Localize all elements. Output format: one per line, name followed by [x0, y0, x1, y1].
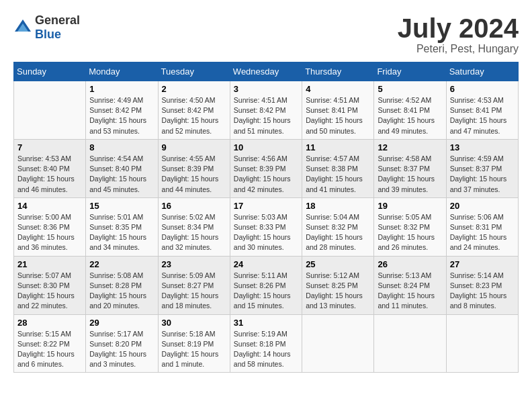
week-row-2: 7Sunrise: 4:53 AMSunset: 8:40 PMDaylight… — [14, 139, 519, 197]
day-cell: 14Sunrise: 5:00 AMSunset: 8:36 PMDayligh… — [14, 197, 86, 256]
day-cell: 10Sunrise: 4:56 AMSunset: 8:39 PMDayligh… — [230, 139, 302, 197]
day-info: Sunrise: 4:49 AMSunset: 8:42 PMDaylight:… — [89, 95, 154, 136]
day-info: Sunrise: 4:53 AMSunset: 8:41 PMDaylight:… — [450, 95, 515, 136]
header: General Blue July 2024 Peteri, Pest, Hun… — [13, 13, 519, 55]
day-number: 15 — [89, 201, 154, 211]
header-monday: Monday — [86, 62, 158, 81]
day-info: Sunrise: 4:51 AMSunset: 8:41 PMDaylight:… — [306, 95, 370, 136]
day-info: Sunrise: 5:06 AMSunset: 8:31 PMDaylight:… — [450, 212, 515, 253]
day-info: Sunrise: 4:50 AMSunset: 8:42 PMDaylight:… — [162, 95, 226, 136]
day-number: 17 — [234, 201, 298, 211]
header-row: Sunday Monday Tuesday Wednesday Thursday… — [14, 62, 519, 81]
day-info: Sunrise: 5:03 AMSunset: 8:33 PMDaylight:… — [234, 212, 298, 253]
day-info: Sunrise: 5:12 AMSunset: 8:25 PMDaylight:… — [306, 271, 370, 312]
day-cell — [302, 314, 374, 373]
day-cell: 7Sunrise: 4:53 AMSunset: 8:40 PMDaylight… — [14, 139, 86, 197]
day-number: 21 — [17, 259, 82, 269]
day-number: 26 — [378, 259, 442, 269]
day-cell: 30Sunrise: 5:18 AMSunset: 8:19 PMDayligh… — [158, 314, 230, 373]
day-info: Sunrise: 5:05 AMSunset: 8:32 PMDaylight:… — [378, 212, 442, 253]
day-info: Sunrise: 5:18 AMSunset: 8:19 PMDaylight:… — [162, 329, 226, 370]
day-info: Sunrise: 5:00 AMSunset: 8:36 PMDaylight:… — [17, 212, 82, 253]
day-cell — [446, 314, 518, 373]
day-info: Sunrise: 5:11 AMSunset: 8:26 PMDaylight:… — [234, 271, 298, 312]
week-row-3: 14Sunrise: 5:00 AMSunset: 8:36 PMDayligh… — [14, 197, 519, 256]
day-info: Sunrise: 5:13 AMSunset: 8:24 PMDaylight:… — [378, 271, 442, 312]
day-info: Sunrise: 5:17 AMSunset: 8:20 PMDaylight:… — [89, 329, 154, 370]
day-info: Sunrise: 4:52 AMSunset: 8:41 PMDaylight:… — [378, 95, 442, 136]
day-number: 4 — [306, 84, 370, 94]
calendar-body: 1Sunrise: 4:49 AMSunset: 8:42 PMDaylight… — [14, 81, 519, 373]
day-info: Sunrise: 4:58 AMSunset: 8:37 PMDaylight:… — [378, 154, 442, 195]
day-number: 5 — [378, 84, 442, 94]
day-number: 22 — [89, 259, 154, 269]
day-cell: 12Sunrise: 4:58 AMSunset: 8:37 PMDayligh… — [374, 139, 446, 197]
day-cell: 21Sunrise: 5:07 AMSunset: 8:30 PMDayligh… — [14, 256, 86, 314]
day-number: 3 — [234, 84, 298, 94]
day-info: Sunrise: 4:56 AMSunset: 8:39 PMDaylight:… — [234, 154, 298, 195]
day-cell: 15Sunrise: 5:01 AMSunset: 8:35 PMDayligh… — [86, 197, 158, 256]
day-cell: 26Sunrise: 5:13 AMSunset: 8:24 PMDayligh… — [374, 256, 446, 314]
day-info: Sunrise: 5:19 AMSunset: 8:18 PMDaylight:… — [234, 329, 298, 370]
day-cell: 27Sunrise: 5:14 AMSunset: 8:23 PMDayligh… — [446, 256, 518, 314]
day-number: 6 — [450, 84, 515, 94]
week-row-1: 1Sunrise: 4:49 AMSunset: 8:42 PMDaylight… — [14, 81, 519, 140]
day-cell: 18Sunrise: 5:04 AMSunset: 8:32 PMDayligh… — [302, 197, 374, 256]
day-info: Sunrise: 5:02 AMSunset: 8:34 PMDaylight:… — [162, 212, 226, 253]
logo-blue: Blue — [35, 28, 61, 41]
header-thursday: Thursday — [302, 62, 374, 81]
logo-icon — [13, 18, 32, 37]
week-row-5: 28Sunrise: 5:15 AMSunset: 8:22 PMDayligh… — [14, 314, 519, 373]
day-cell: 6Sunrise: 4:53 AMSunset: 8:41 PMDaylight… — [446, 81, 518, 140]
day-number: 8 — [89, 142, 154, 152]
day-cell: 19Sunrise: 5:05 AMSunset: 8:32 PMDayligh… — [374, 197, 446, 256]
header-tuesday: Tuesday — [158, 62, 230, 81]
day-number: 18 — [306, 201, 370, 211]
day-number: 11 — [306, 142, 370, 152]
day-info: Sunrise: 5:14 AMSunset: 8:23 PMDaylight:… — [450, 271, 515, 312]
day-info: Sunrise: 5:07 AMSunset: 8:30 PMDaylight:… — [17, 271, 82, 312]
logo-general: General — [35, 13, 80, 27]
calendar-table: Sunday Monday Tuesday Wednesday Thursday… — [13, 62, 519, 373]
header-saturday: Saturday — [446, 62, 518, 81]
day-cell: 4Sunrise: 4:51 AMSunset: 8:41 PMDaylight… — [302, 81, 374, 140]
day-info: Sunrise: 4:51 AMSunset: 8:42 PMDaylight:… — [234, 95, 298, 136]
day-cell — [14, 81, 86, 140]
calendar-header: Sunday Monday Tuesday Wednesday Thursday… — [14, 62, 519, 81]
day-cell: 24Sunrise: 5:11 AMSunset: 8:26 PMDayligh… — [230, 256, 302, 314]
day-cell: 20Sunrise: 5:06 AMSunset: 8:31 PMDayligh… — [446, 197, 518, 256]
day-number: 12 — [378, 142, 442, 152]
day-info: Sunrise: 4:57 AMSunset: 8:38 PMDaylight:… — [306, 154, 370, 195]
day-info: Sunrise: 5:08 AMSunset: 8:28 PMDaylight:… — [89, 271, 154, 312]
day-number: 29 — [89, 318, 154, 328]
day-number: 13 — [450, 142, 515, 152]
day-number: 2 — [162, 84, 226, 94]
day-cell: 3Sunrise: 4:51 AMSunset: 8:42 PMDaylight… — [230, 81, 302, 140]
day-cell: 29Sunrise: 5:17 AMSunset: 8:20 PMDayligh… — [86, 314, 158, 373]
day-cell: 11Sunrise: 4:57 AMSunset: 8:38 PMDayligh… — [302, 139, 374, 197]
day-number: 27 — [450, 259, 515, 269]
day-number: 31 — [234, 318, 298, 328]
logo: General Blue — [13, 13, 80, 42]
title-area: July 2024 Peteri, Pest, Hungary — [398, 13, 519, 55]
day-number: 24 — [234, 259, 298, 269]
day-cell: 13Sunrise: 4:59 AMSunset: 8:37 PMDayligh… — [446, 139, 518, 197]
day-cell: 1Sunrise: 4:49 AMSunset: 8:42 PMDaylight… — [86, 81, 158, 140]
day-cell: 28Sunrise: 5:15 AMSunset: 8:22 PMDayligh… — [14, 314, 86, 373]
day-number: 30 — [162, 318, 226, 328]
day-number: 7 — [17, 142, 82, 152]
day-info: Sunrise: 5:01 AMSunset: 8:35 PMDaylight:… — [89, 212, 154, 253]
header-wednesday: Wednesday — [230, 62, 302, 81]
day-cell — [374, 314, 446, 373]
day-number: 25 — [306, 259, 370, 269]
day-info: Sunrise: 4:54 AMSunset: 8:40 PMDaylight:… — [89, 154, 154, 195]
day-cell: 8Sunrise: 4:54 AMSunset: 8:40 PMDaylight… — [86, 139, 158, 197]
day-cell: 22Sunrise: 5:08 AMSunset: 8:28 PMDayligh… — [86, 256, 158, 314]
day-cell: 2Sunrise: 4:50 AMSunset: 8:42 PMDaylight… — [158, 81, 230, 140]
day-number: 9 — [162, 142, 226, 152]
day-number: 1 — [89, 84, 154, 94]
day-number: 19 — [378, 201, 442, 211]
header-sunday: Sunday — [14, 62, 86, 81]
day-number: 20 — [450, 201, 515, 211]
day-cell: 9Sunrise: 4:55 AMSunset: 8:39 PMDaylight… — [158, 139, 230, 197]
